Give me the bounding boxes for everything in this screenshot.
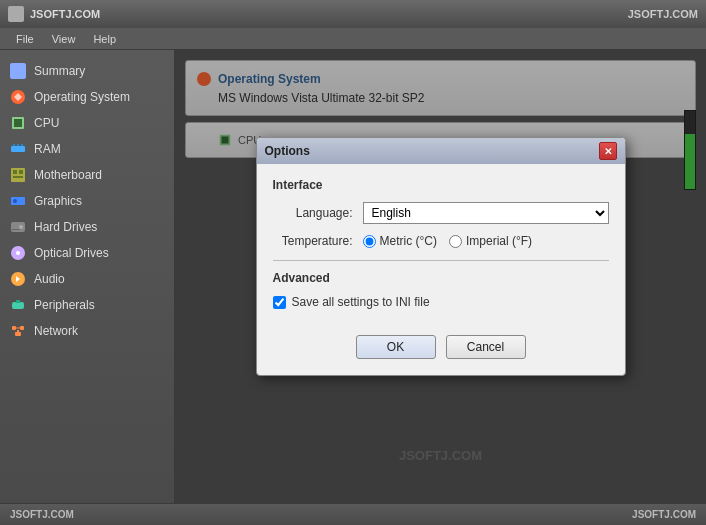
sidebar-label-ram: RAM — [34, 142, 61, 156]
ok-button[interactable]: OK — [356, 335, 436, 359]
right-panel: Operating System MS Windows Vista Ultima… — [175, 50, 706, 503]
svg-rect-22 — [15, 332, 21, 336]
svg-rect-0 — [10, 63, 26, 79]
dialog-body: Interface Language: English French Germa… — [257, 164, 625, 323]
sidebar-item-motherboard[interactable]: Motherboard — [0, 162, 174, 188]
temperature-row: Temperature: Metric (°C) Imperial (°F) — [273, 234, 609, 248]
svg-point-18 — [16, 251, 20, 255]
sidebar-label-harddrive: Hard Drives — [34, 220, 97, 234]
graphics-icon — [10, 193, 26, 209]
language-label: Language: — [273, 206, 353, 220]
svg-point-15 — [19, 225, 23, 229]
sidebar-label-os: Operating System — [34, 90, 130, 104]
temperature-label: Temperature: — [273, 234, 353, 248]
summary-icon — [10, 63, 26, 79]
svg-rect-16 — [12, 229, 20, 230]
svg-rect-9 — [13, 170, 17, 174]
modal-overlay: Options ✕ Interface Language: English Fr… — [175, 50, 706, 503]
temp-metric-label: Metric (°C) — [380, 234, 437, 248]
svg-rect-3 — [14, 119, 22, 127]
language-row: Language: English French German Spanish — [273, 202, 609, 224]
sidebar-item-cpu[interactable]: CPU — [0, 110, 174, 136]
sidebar-label-cpu: CPU — [34, 116, 59, 130]
svg-rect-6 — [17, 144, 19, 146]
title-bar-left: JSOFTJ.COM — [8, 6, 100, 22]
sidebar-item-optical[interactable]: Optical Drives — [0, 240, 174, 266]
svg-rect-13 — [13, 199, 17, 203]
sidebar-label-graphics: Graphics — [34, 194, 82, 208]
audio-icon — [10, 271, 26, 287]
peripherals-icon — [10, 297, 26, 313]
sidebar-item-os[interactable]: Operating System — [0, 84, 174, 110]
cancel-button[interactable]: Cancel — [446, 335, 526, 359]
sidebar-item-peripherals[interactable]: Peripherals — [0, 292, 174, 318]
sidebar: Summary Operating System CPU RAM Motherb… — [0, 50, 175, 503]
app-icon — [8, 6, 24, 22]
svg-rect-4 — [11, 146, 25, 152]
dialog-close-button[interactable]: ✕ — [599, 142, 617, 160]
temp-imperial-label: Imperial (°F) — [466, 234, 532, 248]
title-bar-left-text: JSOFTJ.COM — [30, 8, 100, 20]
optical-icon — [10, 245, 26, 261]
temp-metric-radio[interactable] — [363, 235, 376, 248]
bottom-right-text: JSOFTJ.COM — [632, 509, 696, 520]
sidebar-item-network[interactable]: Network — [0, 318, 174, 344]
harddrive-icon — [10, 219, 26, 235]
language-select[interactable]: English French German Spanish — [363, 202, 609, 224]
ram-icon — [10, 141, 26, 157]
bottom-left-text: JSOFTJ.COM — [10, 509, 74, 520]
sidebar-label-summary: Summary — [34, 64, 85, 78]
save-ini-row: Save all settings to INI file — [273, 295, 609, 309]
sidebar-label-optical: Optical Drives — [34, 246, 109, 260]
os-icon — [10, 89, 26, 105]
sidebar-label-peripherals: Peripherals — [34, 298, 95, 312]
motherboard-icon — [10, 167, 26, 183]
save-ini-label: Save all settings to INI file — [292, 295, 430, 309]
bottom-bar: JSOFTJ.COM JSOFTJ.COM — [0, 503, 706, 525]
main-content: Summary Operating System CPU RAM Motherb… — [0, 50, 706, 503]
svg-rect-20 — [12, 302, 24, 309]
cpu-icon — [10, 115, 26, 131]
svg-rect-5 — [13, 144, 15, 146]
svg-rect-10 — [19, 170, 23, 174]
menu-bar: File View Help — [0, 28, 706, 50]
options-dialog: Options ✕ Interface Language: English Fr… — [256, 137, 626, 376]
section-separator — [273, 260, 609, 261]
interface-section-label: Interface — [273, 178, 609, 192]
menu-view[interactable]: View — [44, 31, 84, 47]
menu-help[interactable]: Help — [85, 31, 124, 47]
svg-rect-23 — [17, 330, 19, 332]
dialog-title-text: Options — [265, 144, 310, 158]
network-icon — [10, 323, 26, 339]
temp-metric-option[interactable]: Metric (°C) — [363, 234, 437, 248]
sidebar-item-ram[interactable]: RAM — [0, 136, 174, 162]
title-bar-right-text: JSOFTJ.COM — [628, 8, 698, 20]
temp-imperial-option[interactable]: Imperial (°F) — [449, 234, 532, 248]
dialog-footer: OK Cancel — [257, 323, 625, 375]
dialog-title-bar: Options ✕ — [257, 138, 625, 164]
temp-imperial-radio[interactable] — [449, 235, 462, 248]
svg-rect-21 — [16, 300, 20, 303]
sidebar-label-audio: Audio — [34, 272, 65, 286]
sidebar-label-network: Network — [34, 324, 78, 338]
svg-rect-11 — [13, 176, 23, 178]
advanced-section-label: Advanced — [273, 271, 609, 285]
svg-rect-7 — [21, 144, 23, 146]
title-bar: JSOFTJ.COM JSOFTJ.COM — [0, 0, 706, 28]
sidebar-label-motherboard: Motherboard — [34, 168, 102, 182]
sidebar-item-graphics[interactable]: Graphics — [0, 188, 174, 214]
sidebar-item-summary[interactable]: Summary — [0, 58, 174, 84]
sidebar-item-harddrive[interactable]: Hard Drives — [0, 214, 174, 240]
save-ini-checkbox[interactable] — [273, 296, 286, 309]
sidebar-item-audio[interactable]: Audio — [0, 266, 174, 292]
menu-file[interactable]: File — [8, 31, 42, 47]
temperature-radio-group: Metric (°C) Imperial (°F) — [363, 234, 533, 248]
